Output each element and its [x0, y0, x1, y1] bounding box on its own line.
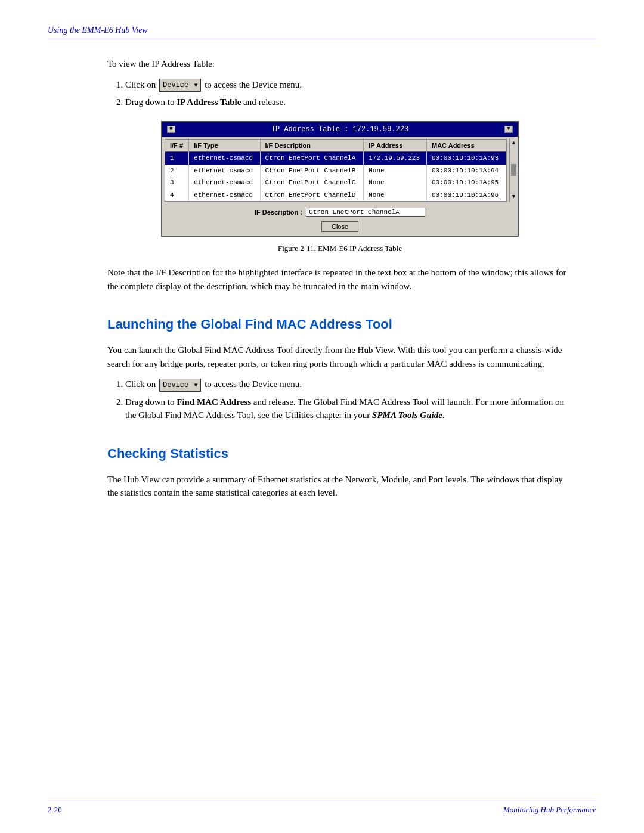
content-area: To view the IP Address Table: Click on D… — [48, 57, 596, 500]
table-row[interactable]: 3ethernet-csmacdCtron EnetPort ChannelCN… — [165, 176, 506, 189]
ip-address-table-window: ■ IP Address Table : 172.19.59.223 ▼ I/F… — [161, 121, 519, 237]
section1-steps: Click on Device ▼ to access the Device m… — [125, 377, 572, 422]
if-desc-input[interactable] — [306, 208, 425, 217]
table-row[interactable]: 1ethernet-csmacdCtron EnetPort ChannelA1… — [165, 152, 506, 165]
section1-heading: Launching the Global Find MAC Address To… — [107, 314, 572, 334]
table-cell-mac: 00:00:1D:10:1A:94 — [427, 165, 506, 177]
window-icon: ■ — [167, 126, 175, 133]
table-cell-ip: 172.19.59.223 — [364, 152, 427, 165]
footer: 2-20 Monitoring Hub Performance — [48, 801, 596, 816]
table-row[interactable]: 4ethernet-csmacdCtron EnetPort ChannelDN… — [165, 189, 506, 202]
col-if-type: I/F Type — [189, 140, 260, 152]
col-ip: IP Address — [364, 140, 427, 152]
page: Using the EMM-E6 Hub View To view the IP… — [0, 0, 644, 833]
table-cell-if_type: ethernet-csmacd — [189, 165, 260, 177]
table-cell-if_num: 4 — [165, 189, 189, 202]
device-button-2[interactable]: Device ▼ — [159, 379, 201, 392]
table-area: I/F # I/F Type I/F Description IP Addres… — [165, 139, 507, 202]
device-button-arrow-2: ▼ — [194, 381, 197, 390]
table-cell-ip: None — [364, 165, 427, 177]
table-cell-if_type: ethernet-csmacd — [189, 189, 260, 202]
table-cell-if_desc: Ctron EnetPort ChannelD — [260, 189, 364, 202]
window-titlebar: ■ IP Address Table : 172.19.59.223 ▼ — [162, 122, 518, 137]
section1-step-1: Click on Device ▼ to access the Device m… — [125, 377, 572, 392]
table-cell-if_type: ethernet-csmacd — [189, 152, 260, 165]
device-button-1[interactable]: Device ▼ — [159, 79, 201, 92]
device-button-arrow-1: ▼ — [194, 81, 197, 90]
table-body: 1ethernet-csmacdCtron EnetPort ChannelA1… — [165, 152, 506, 202]
intro-steps: Click on Device ▼ to access the Device m… — [125, 78, 572, 109]
figure-caption: Figure 2-11. EMM-E6 IP Address Table — [107, 243, 572, 255]
if-desc-label: IF Description : — [255, 208, 302, 218]
table-cell-if_type: ethernet-csmacd — [189, 176, 260, 189]
intro-step-2: Drag down to IP Address Table and releas… — [125, 95, 572, 109]
table-row[interactable]: 2ethernet-csmacdCtron EnetPort ChannelBN… — [165, 165, 506, 177]
section1-intro: You can launch the Global Find MAC Addre… — [107, 343, 572, 370]
table-scroll-area: I/F # I/F Type I/F Description IP Addres… — [162, 139, 518, 202]
window-body: I/F # I/F Type I/F Description IP Addres… — [162, 139, 518, 236]
table-cell-if_desc: Ctron EnetPort ChannelA — [260, 152, 364, 165]
col-if-num: I/F # — [165, 140, 189, 152]
window-bottom: IF Description : Close — [162, 204, 518, 236]
scroll-down-arrow[interactable]: ▼ — [510, 193, 518, 202]
table-scrollbar[interactable]: ▲ ▼ — [509, 139, 518, 202]
table-cell-mac: 00:00:1D:10:1A:95 — [427, 176, 506, 189]
section2-heading: Checking Statistics — [107, 444, 572, 463]
if-desc-row: IF Description : — [255, 208, 425, 218]
intro-para: To view the IP Address Table: — [107, 57, 572, 71]
table-cell-mac: 00:00:1D:10:1A:96 — [427, 189, 506, 202]
ip-table: I/F # I/F Type I/F Description IP Addres… — [165, 140, 506, 202]
section1-step-2: Drag down to Find MAC Address and releas… — [125, 395, 572, 422]
table-cell-ip: None — [364, 189, 427, 202]
window-close-icon[interactable]: ▼ — [504, 126, 513, 133]
table-cell-mac: 00:00:1D:10:1A:93 — [427, 152, 506, 165]
intro-step-1: Click on Device ▼ to access the Device m… — [125, 78, 572, 92]
scroll-thumb[interactable] — [511, 164, 516, 176]
table-cell-if_num: 3 — [165, 176, 189, 189]
table-cell-if_desc: Ctron EnetPort ChannelC — [260, 176, 364, 189]
footer-section-title: Monitoring Hub Performance — [503, 804, 596, 816]
note-para: Note that the I/F Description for the hi… — [107, 266, 572, 293]
section2-para: The Hub View can provide a summary of Et… — [107, 473, 572, 500]
table-cell-if_num: 1 — [165, 152, 189, 165]
header-bar: Using the EMM-E6 Hub View — [48, 24, 596, 39]
col-if-desc: I/F Description — [260, 140, 364, 152]
footer-page-number: 2-20 — [48, 804, 62, 816]
col-mac: MAC Address — [427, 140, 506, 152]
table-cell-if_desc: Ctron EnetPort ChannelB — [260, 165, 364, 177]
header-title: Using the EMM-E6 Hub View — [48, 24, 148, 36]
close-button[interactable]: Close — [321, 221, 358, 232]
table-cell-if_num: 2 — [165, 165, 189, 177]
table-cell-ip: None — [364, 176, 427, 189]
scroll-up-arrow[interactable]: ▲ — [510, 139, 518, 148]
window-title: IP Address Table : 172.19.59.223 — [271, 124, 408, 135]
table-header-row: I/F # I/F Type I/F Description IP Addres… — [165, 140, 506, 152]
